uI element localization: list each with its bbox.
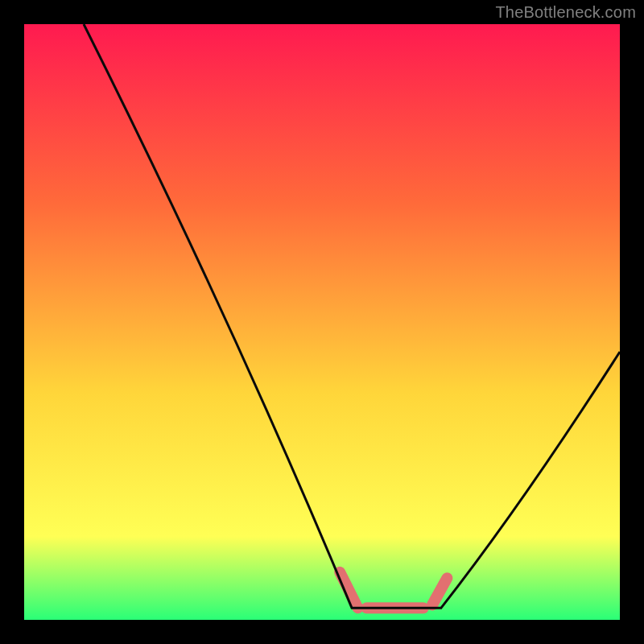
bottleneck-chart xyxy=(24,24,620,620)
chart-frame: TheBottleneck.com xyxy=(0,0,644,644)
heat-background xyxy=(24,24,620,620)
watermark-label: TheBottleneck.com xyxy=(495,3,636,22)
